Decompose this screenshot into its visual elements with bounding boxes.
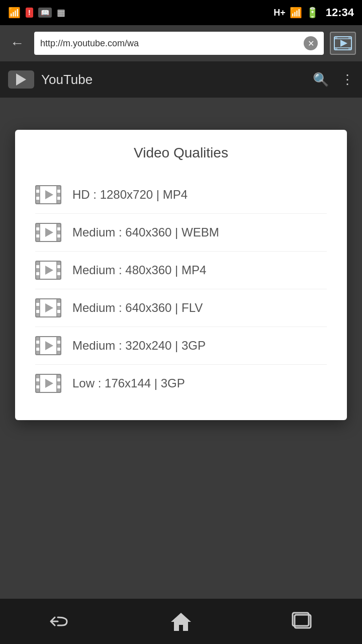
svg-rect-52 — [57, 337, 61, 341]
notification-icon-3: ▦ — [57, 7, 65, 18]
svg-rect-44 — [57, 313, 61, 317]
url-bar[interactable]: http://m.youtube.com/wa ✕ — [34, 32, 324, 55]
nav-home-button[interactable] — [161, 606, 201, 636]
svg-rect-12 — [57, 186, 61, 190]
browser-bar: ← http://m.youtube.com/wa ✕ — [0, 25, 362, 61]
svg-rect-40 — [36, 306, 40, 310]
svg-marker-15 — [45, 190, 53, 199]
status-right-icons: H+ 📶 🔋 12:34 — [274, 6, 354, 19]
svg-rect-49 — [36, 337, 40, 341]
status-time: 12:34 — [326, 6, 354, 19]
svg-marker-68 — [171, 613, 191, 631]
status-left-icons: 📶 ! 📖 ▦ — [8, 0, 65, 25]
video-qualities-dialog: Video Qualities HD : 644x362 | MP4 Medi… — [15, 130, 347, 420]
svg-marker-25 — [45, 228, 53, 237]
youtube-title: YouTube — [41, 72, 306, 88]
network-type-label: H+ — [274, 8, 286, 18]
quality-item[interactable]: Medium : 640x360 | WEBM — [30, 214, 332, 251]
browser-video-icon[interactable] — [330, 32, 356, 55]
youtube-play-icon — [16, 73, 26, 86]
svg-rect-41 — [36, 313, 40, 317]
svg-marker-55 — [45, 341, 53, 350]
battery-icon: 🔋 — [306, 7, 319, 19]
svg-rect-21 — [36, 237, 40, 242]
svg-rect-43 — [57, 306, 61, 310]
svg-rect-62 — [57, 374, 61, 378]
youtube-search-icon[interactable]: 🔍 — [313, 72, 329, 88]
svg-marker-45 — [45, 303, 53, 312]
svg-rect-42 — [57, 299, 61, 303]
svg-rect-24 — [57, 237, 61, 242]
svg-rect-4 — [334, 37, 337, 39]
quality-label: Medium : 640x360 | WEBM — [72, 225, 219, 239]
svg-rect-34 — [57, 275, 61, 279]
svg-rect-9 — [36, 186, 40, 190]
svg-rect-61 — [36, 388, 40, 392]
youtube-header: YouTube 🔍 ⋮ — [0, 61, 362, 98]
notification-icon-2: 📖 — [38, 8, 52, 18]
film-strip-icon — [35, 298, 61, 317]
svg-rect-5 — [348, 37, 351, 39]
svg-rect-6 — [334, 48, 337, 50]
svg-rect-29 — [36, 261, 40, 265]
svg-marker-1 — [340, 40, 347, 47]
svg-rect-7 — [348, 48, 351, 50]
notification-icon-1: ! — [26, 8, 33, 18]
video-icon-svg — [334, 36, 352, 50]
film-strip-icon — [35, 374, 61, 393]
svg-rect-23 — [57, 230, 61, 234]
svg-rect-14 — [57, 200, 61, 204]
nav-recents-button[interactable] — [282, 606, 322, 636]
browser-back-button[interactable]: ← — [6, 33, 28, 53]
svg-rect-10 — [36, 193, 40, 197]
nav-back-icon — [48, 612, 73, 630]
quality-label: Medium : 480x360 | MP4 — [72, 263, 206, 277]
quality-label: HD : 644x362 | MP4 — [72, 188, 188, 202]
film-strip-icon — [35, 185, 61, 204]
dialog-title: Video Qualities — [30, 145, 332, 161]
youtube-more-icon[interactable]: ⋮ — [341, 72, 354, 88]
nav-home-icon — [169, 611, 193, 632]
svg-rect-39 — [36, 299, 40, 303]
film-strip-icon — [35, 223, 61, 242]
svg-rect-53 — [57, 344, 61, 348]
quality-item[interactable]: HD : 644x362 | MP4 — [30, 176, 332, 213]
svg-rect-60 — [36, 381, 40, 385]
svg-rect-19 — [36, 223, 40, 227]
svg-rect-54 — [57, 351, 61, 355]
svg-rect-30 — [36, 268, 40, 272]
svg-rect-33 — [57, 268, 61, 272]
svg-marker-35 — [45, 266, 53, 275]
youtube-logo — [8, 70, 34, 89]
quality-label: Low : 176x144 | 3GP — [72, 376, 185, 390]
quality-item[interactable]: Medium : 640x360 | FLV — [30, 289, 332, 327]
quality-item[interactable]: Medium : 480x360 | MP4 — [30, 252, 332, 289]
nav-recents-icon — [291, 612, 313, 631]
url-clear-button[interactable]: ✕ — [304, 36, 318, 50]
svg-marker-65 — [45, 379, 53, 388]
nav-bar — [0, 599, 362, 644]
quality-label: Medium : 640x360 | FLV — [72, 301, 203, 315]
svg-rect-64 — [57, 388, 61, 392]
quality-list: HD : 644x362 | MP4 Medium : 640x360 | W… — [30, 176, 332, 402]
svg-rect-50 — [36, 344, 40, 348]
svg-rect-13 — [57, 193, 61, 197]
svg-rect-59 — [36, 374, 40, 378]
status-bar: 📶 ! 📖 ▦ H+ 📶 🔋 12:34 — [0, 0, 362, 25]
film-strip-icon — [35, 261, 61, 280]
svg-rect-51 — [36, 351, 40, 355]
svg-rect-20 — [36, 230, 40, 234]
svg-rect-22 — [57, 223, 61, 227]
svg-rect-31 — [36, 275, 40, 279]
nav-back-button[interactable] — [40, 606, 80, 636]
quality-item[interactable]: Medium : 320x240 | 3GP — [30, 327, 332, 364]
wifi-icon: 📶 — [8, 7, 21, 19]
film-strip-icon — [35, 336, 61, 355]
quality-label: Medium : 320x240 | 3GP — [72, 339, 206, 353]
svg-rect-11 — [36, 200, 40, 204]
svg-rect-32 — [57, 261, 61, 265]
signal-strength-icon: 📶 — [290, 7, 302, 19]
url-text: http://m.youtube.com/wa — [40, 38, 139, 49]
svg-rect-63 — [57, 381, 61, 385]
quality-item[interactable]: Low : 176x144 | 3GP — [30, 365, 332, 402]
